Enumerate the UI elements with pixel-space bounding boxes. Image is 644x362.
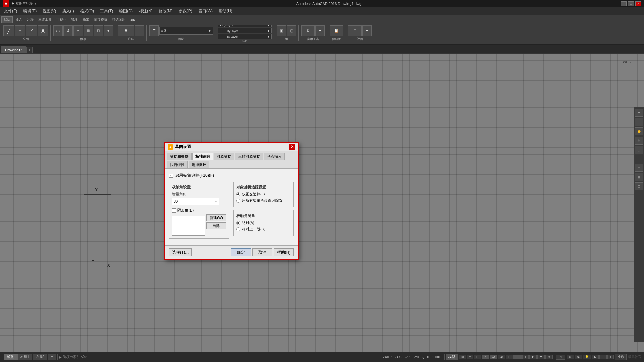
snap-btn[interactable]: ⊞ xyxy=(459,355,466,359)
dialog-tab-selcycle[interactable]: 选择循环 xyxy=(189,161,209,168)
minimize-button[interactable]: — xyxy=(621,1,627,6)
modify-mirror-btn[interactable]: ⊟ xyxy=(94,25,103,36)
menu-format[interactable]: 格式(O) xyxy=(77,8,97,15)
layer-btn[interactable]: ☰ xyxy=(149,25,159,36)
menu-help[interactable]: 帮助(H) xyxy=(216,8,235,15)
draw-circle-btn[interactable]: ○ xyxy=(15,25,25,36)
utilities-btn[interactable]: ⚙ xyxy=(301,25,315,36)
annotation-dim-btn[interactable]: ↔ xyxy=(135,25,144,36)
close-button[interactable]: ✕ xyxy=(635,1,641,6)
hardware-accel-btn[interactable]: ▶ xyxy=(592,355,599,359)
color-select[interactable]: ■ ByLayer ▼ xyxy=(218,25,272,27)
menu-view[interactable]: 视图(V) xyxy=(40,8,59,15)
utilities-more-btn[interactable]: ▼ xyxy=(315,25,325,36)
ducs-btn[interactable]: ⊡ xyxy=(506,355,514,359)
model-space-btn[interactable]: 模型 xyxy=(446,354,458,360)
annotation-visibility-btn[interactable]: ◉ xyxy=(575,355,582,359)
view-btn[interactable]: ⊞ xyxy=(348,25,362,36)
zoom-out-btn[interactable]: - xyxy=(635,118,643,126)
menu-tools[interactable]: 工具(T) xyxy=(97,8,116,15)
layout1-tab[interactable]: 布局1 xyxy=(17,354,32,360)
nav-bar-toggle[interactable]: ≡ xyxy=(635,164,643,172)
draw-arc-btn[interactable]: ◜ xyxy=(26,25,37,36)
grid-btn[interactable]: :: xyxy=(467,355,473,359)
decimal-notation-btn[interactable]: 小数 xyxy=(615,354,627,360)
tab-3d[interactable]: 三维工具 xyxy=(36,17,54,23)
tab-visualize[interactable]: 可视化 xyxy=(54,17,68,23)
document-tab-drawing1[interactable]: Drawing1* xyxy=(1,46,26,53)
absolute-radio[interactable] xyxy=(236,221,240,225)
cancel-button[interactable]: 取消 xyxy=(252,248,272,256)
dialog-tab-polar[interactable]: 极轴追踪 xyxy=(192,153,213,160)
dynin-btn[interactable]: ⊣ xyxy=(514,355,522,359)
quick-access-toolbar[interactable]: ▶ 草图与注释 ▼ xyxy=(11,1,37,6)
increment-angle-select[interactable]: 30 ▼ xyxy=(172,198,219,205)
pan-btn[interactable]: ✋ xyxy=(635,127,643,135)
3dosnap-btn[interactable]: ◉ xyxy=(498,355,505,359)
customize-btn[interactable]: ≡ xyxy=(607,355,614,359)
dialog-tab-3dosnap[interactable]: 三维对象捕捉 xyxy=(235,153,263,160)
tab-selection[interactable]: 精选应用 xyxy=(110,17,127,23)
additional-angle-checkbox[interactable] xyxy=(172,208,176,213)
menu-insert[interactable]: 插入(I) xyxy=(59,8,76,15)
orbit-btn[interactable]: ↻ xyxy=(635,137,643,145)
menu-modify[interactable]: 修改(M) xyxy=(156,8,175,15)
dialog-tab-dynin[interactable]: 动态输入 xyxy=(264,153,285,160)
delete-angle-button[interactable]: 删除 xyxy=(206,222,226,229)
draft-settings-dialog[interactable]: ▲ 草图设置 ✕ 捕捉和栅格 极轴追踪 对象捕捉 三维对象捕捉 动态输入 快捷特… xyxy=(164,142,299,260)
tab-addins[interactable]: 附加模块 xyxy=(92,17,109,23)
help-button[interactable]: 帮助(H) xyxy=(274,248,294,256)
clipboard-btn[interactable]: 📋 xyxy=(330,25,343,36)
menu-edit[interactable]: 编辑(E) xyxy=(20,8,39,15)
options-button[interactable]: 选项(T)... xyxy=(169,248,192,256)
menu-file[interactable]: 文件(F) xyxy=(1,8,20,15)
isolate-btn[interactable]: 💡 xyxy=(583,355,591,359)
tab-plus[interactable]: ◀▶ xyxy=(128,17,138,22)
add-layout-btn[interactable]: + xyxy=(48,354,56,360)
quickprop-btn[interactable]: ≣ xyxy=(537,355,545,359)
ok-button[interactable]: 确定 xyxy=(231,248,251,256)
new-angle-button[interactable]: 新建(W) xyxy=(206,214,226,221)
modify-move-btn[interactable]: ⟷ xyxy=(53,25,63,36)
track-all-radio[interactable] xyxy=(236,199,240,203)
sync-scale-btn[interactable]: ⊗ xyxy=(567,355,574,359)
modify-copy-btn[interactable]: ⊞ xyxy=(84,25,93,36)
text-btn[interactable]: A xyxy=(38,25,48,36)
tab-manage[interactable]: 管理 xyxy=(69,17,80,23)
selcycle-btn[interactable]: ⊕ xyxy=(545,355,553,359)
track-ortho-radio[interactable] xyxy=(236,192,240,196)
modify-more-btn[interactable]: ▼ xyxy=(104,25,113,36)
clean-screen-btn[interactable]: ⊞ xyxy=(599,355,607,359)
lineweight-select[interactable]: ─── ByLayer ▼ xyxy=(218,34,272,39)
tab-default[interactable]: 默认 xyxy=(1,16,13,23)
polar-btn[interactable]: ∠ xyxy=(482,355,489,359)
relative-radio[interactable] xyxy=(236,227,240,231)
layout2-tab[interactable]: 布局2 xyxy=(33,354,48,360)
ungroup-btn[interactable]: ▢ xyxy=(287,25,296,36)
lineweight-btn[interactable]: ≡ xyxy=(522,355,529,359)
dialog-tab-quickprop[interactable]: 快捷特性 xyxy=(167,161,188,168)
layer-select[interactable]: ● 0▼ xyxy=(159,27,213,35)
view-more-btn[interactable]: ▼ xyxy=(362,25,372,36)
dialog-close-button[interactable]: ✕ xyxy=(289,144,295,150)
tab-output[interactable]: 输出 xyxy=(80,17,91,23)
tab-annotate[interactable]: 注释 xyxy=(25,17,36,23)
linetype-select[interactable]: ─── ByLayer ▼ xyxy=(218,28,272,33)
enable-polar-checkbox[interactable]: ✓ xyxy=(169,174,173,178)
model-tab[interactable]: 模型 xyxy=(4,354,17,360)
tab-insert[interactable]: 插入 xyxy=(13,17,24,23)
menu-params[interactable]: 参数(P) xyxy=(176,8,195,15)
nav-btn-1[interactable]: ▤ xyxy=(635,173,643,181)
annotation-scale-btn[interactable]: 1:1 xyxy=(556,355,565,360)
menu-draw[interactable]: 绘图(D) xyxy=(116,8,136,15)
new-tab-button[interactable]: + xyxy=(26,47,33,53)
ortho-btn[interactable]: ⊢ xyxy=(474,355,481,359)
draw-line-btn[interactable]: ╱ xyxy=(3,25,14,36)
dialog-tab-snap[interactable]: 捕捉和栅格 xyxy=(167,153,192,160)
zoom-in-btn[interactable]: + xyxy=(635,109,643,117)
view-cube-btn[interactable]: ⬡ xyxy=(635,146,643,154)
osnap-btn[interactable]: ◎ xyxy=(490,355,497,359)
drawing-canvas[interactable]: Y X WCS + - ✋ ↻ ⬡ ≡ ▤ ◫ ▲ 草图设置 ✕ xyxy=(0,54,644,352)
maximize-button[interactable]: □ xyxy=(628,1,634,6)
annotation-text-btn[interactable]: A xyxy=(118,25,134,36)
